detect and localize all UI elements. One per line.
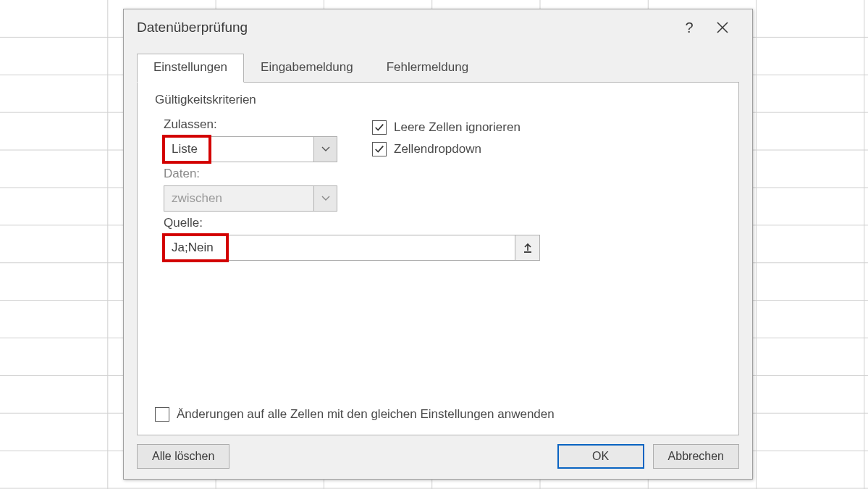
apply-all-row[interactable]: Änderungen auf alle Zellen mit den gleic… bbox=[155, 407, 555, 422]
close-icon bbox=[716, 21, 729, 34]
source-wrap: Quelle: bbox=[155, 216, 721, 261]
dialog-titlebar: Datenüberprüfung ? bbox=[124, 9, 752, 46]
clear-all-button[interactable]: Alle löschen bbox=[137, 444, 229, 469]
allow-combo-button[interactable] bbox=[313, 137, 337, 162]
data-combo-value: zwischen bbox=[164, 186, 313, 211]
close-button[interactable] bbox=[706, 13, 739, 42]
cancel-button[interactable]: Abbrechen bbox=[653, 444, 739, 469]
tab-panel-settings: Gültigkeitskriterien Zulassen: Liste bbox=[137, 82, 739, 435]
range-picker-button[interactable] bbox=[515, 235, 539, 260]
apply-all-label: Änderungen auf alle Zellen mit den gleic… bbox=[177, 407, 555, 422]
dialog-footer: Alle löschen OK Abbrechen bbox=[124, 435, 752, 479]
ignore-blank-label: Leere Zellen ignorieren bbox=[394, 120, 521, 135]
dialog-title: Datenüberprüfung bbox=[137, 20, 673, 35]
dialog-body: Einstellungen Eingabemeldung Fehlermeldu… bbox=[124, 46, 752, 435]
in-cell-dropdown-row[interactable]: Zellendropdown bbox=[372, 142, 521, 156]
in-cell-dropdown-checkbox[interactable] bbox=[372, 142, 387, 156]
help-button[interactable]: ? bbox=[673, 13, 706, 42]
data-label: Daten: bbox=[164, 167, 358, 181]
source-label: Quelle: bbox=[164, 216, 721, 230]
criteria-row: Zulassen: Liste Daten: zwischen bbox=[155, 113, 721, 212]
checkmark-icon bbox=[374, 144, 384, 154]
data-label-text: Daten: bbox=[164, 167, 200, 180]
tab-error-alert[interactable]: Fehlermeldung bbox=[370, 54, 485, 83]
range-selector-icon bbox=[522, 242, 534, 254]
chevron-down-icon bbox=[321, 146, 330, 152]
tab-input-message[interactable]: Eingabemeldung bbox=[244, 54, 370, 83]
apply-all-checkbox[interactable] bbox=[155, 407, 169, 422]
allow-combo[interactable]: Liste bbox=[164, 136, 337, 162]
allow-label: Zulassen: bbox=[164, 117, 358, 132]
ignore-blank-checkbox[interactable] bbox=[372, 120, 387, 135]
allow-combo-value: Liste bbox=[164, 137, 313, 162]
section-heading: Gültigkeitskriterien bbox=[155, 93, 721, 107]
data-combo-button bbox=[313, 186, 337, 211]
source-label-text: Quelle: bbox=[164, 216, 203, 230]
source-input[interactable] bbox=[164, 235, 515, 260]
in-cell-dropdown-label: Zellendropdown bbox=[394, 142, 481, 156]
criteria-checks: Leere Zellen ignorieren Zellendropdown bbox=[372, 116, 521, 164]
criteria-left-col: Zulassen: Liste Daten: zwischen bbox=[155, 113, 358, 212]
data-combo: zwischen bbox=[164, 185, 337, 212]
allow-label-text: Zulassen: bbox=[164, 117, 217, 131]
checkmark-icon bbox=[374, 122, 384, 133]
tab-settings[interactable]: Einstellungen bbox=[137, 54, 244, 83]
data-validation-dialog: Datenüberprüfung ? Einstellungen Eingabe… bbox=[123, 9, 753, 480]
source-row bbox=[164, 235, 540, 261]
chevron-down-icon bbox=[321, 196, 330, 201]
ignore-blank-row[interactable]: Leere Zellen ignorieren bbox=[372, 120, 521, 135]
ok-button[interactable]: OK bbox=[557, 444, 644, 469]
tab-strip: Einstellungen Eingabemeldung Fehlermeldu… bbox=[137, 53, 739, 82]
